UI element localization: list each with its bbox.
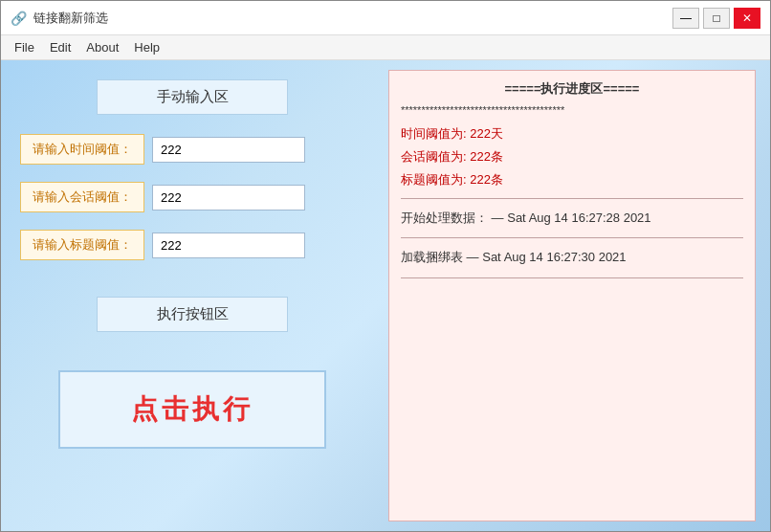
right-panel: =====执行进度区===== ************************…: [388, 70, 756, 521]
main-window: 🔗 链接翻新筛选 — □ ✕ File Edit About Help 手动输入…: [0, 0, 771, 532]
divider-3: [401, 277, 743, 278]
label-session: 请输入会话阈值：: [20, 182, 144, 212]
divider-2: [401, 237, 743, 238]
title-controls: — □ ✕: [672, 8, 760, 29]
menu-bar: File Edit About Help: [1, 35, 770, 60]
minimize-button[interactable]: —: [672, 8, 699, 29]
execute-button[interactable]: 点击执行: [58, 370, 326, 449]
maximize-button[interactable]: □: [703, 8, 730, 29]
btn-section-title: 执行按钮区: [97, 297, 288, 332]
left-panel: 手动输入区 请输入时间阈值： 请输入会话阈值： 请输入标题阈值： 执行按钮区 点…: [1, 60, 384, 531]
label-time: 请输入时间阈值：: [20, 134, 144, 165]
app-icon: 🔗: [11, 11, 26, 26]
input-time[interactable]: [152, 137, 305, 163]
menu-about[interactable]: About: [78, 38, 126, 56]
title-bar: 🔗 链接翻新筛选 — □ ✕: [1, 1, 770, 35]
input-title[interactable]: [152, 233, 305, 258]
progress-stars: ****************************************: [401, 104, 743, 116]
title-bar-left: 🔗 链接翻新筛选: [11, 10, 108, 27]
status-title: 标题阈值为: 222条: [401, 170, 743, 190]
main-content: 手动输入区 请输入时间阈值： 请输入会话阈值： 请输入标题阈值： 执行按钮区 点…: [1, 60, 770, 531]
progress-title: =====执行进度区=====: [401, 80, 743, 98]
input-section-title: 手动输入区: [97, 79, 288, 115]
input-row-title: 请输入标题阈值：: [20, 230, 364, 260]
log-line-1: 开始处理数据： — Sat Aug 14 16:27:28 2021: [401, 208, 743, 229]
close-button[interactable]: ✕: [734, 8, 760, 29]
input-session[interactable]: [152, 185, 305, 211]
status-session: 会话阈值为: 222条: [401, 147, 743, 167]
divider-1: [401, 198, 743, 199]
input-row-session: 请输入会话阈值：: [20, 182, 364, 212]
menu-file[interactable]: File: [7, 38, 42, 56]
menu-edit[interactable]: Edit: [42, 38, 78, 56]
window-title: 链接翻新筛选: [33, 10, 108, 27]
label-title: 请输入标题阈值：: [20, 230, 144, 260]
input-row-time: 请输入时间阈值：: [20, 134, 364, 165]
log-line-2: 加载捆绑表 — Sat Aug 14 16:27:30 2021: [401, 247, 743, 268]
menu-help[interactable]: Help: [126, 38, 167, 56]
status-time: 时间阈值为: 222天: [401, 124, 743, 144]
